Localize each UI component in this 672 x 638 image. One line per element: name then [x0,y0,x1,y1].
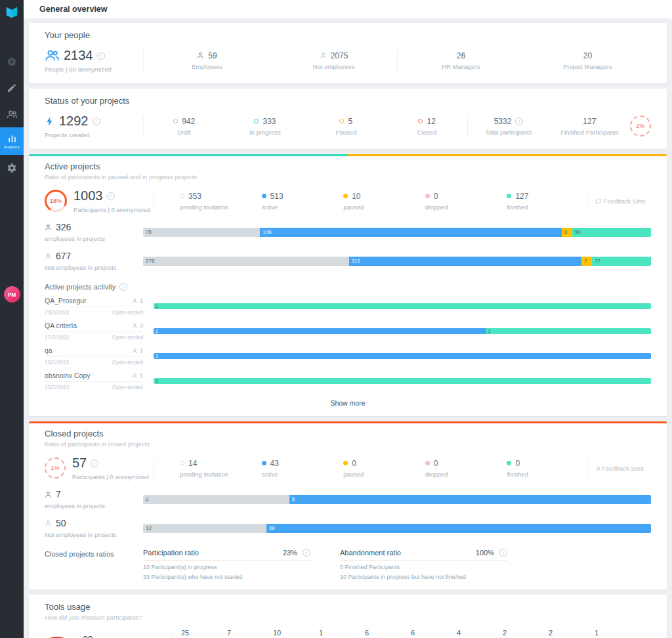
project-name: QA criteria [45,322,77,330]
project-count: 1 [132,372,143,379]
finished-dot [507,461,511,465]
stat-label: In progress [249,129,281,136]
ratio-line: 0 Finished Participants [340,564,507,570]
not-employees-bar-head: 50 Not employees in projects [45,518,143,538]
people-icon [45,49,60,62]
people-label: People | 60 anonymized [45,66,112,73]
abandonment-ratio-block: Abandonment ratio 100% i 0 Finished Part… [340,549,507,580]
show-more-button[interactable]: Show more [45,399,651,407]
project-info[interactable]: QA criteria 3 17/3/2022 Open-ended [45,322,143,341]
closed-projects-card: Closed projects Ratio of participants in… [29,421,667,589]
pending-dot [180,194,184,198]
app-logo-icon[interactable] [5,5,19,20]
project-bar: 1 [154,378,651,384]
stat-project-managers: 20 Project Managers [524,50,651,72]
legend-label: paused [343,471,425,478]
participants-ring: 18% [45,190,67,212]
project-name: QA_Prosegur [45,297,87,305]
tool-cell: 4Motion challenge [457,629,503,638]
project-bar: 21 [154,328,651,334]
legend-value: 0 [515,459,520,468]
participants-count: 1003 [74,188,103,203]
participants-icon [132,373,138,379]
info-icon[interactable]: i [107,192,115,200]
info-icon[interactable]: i [91,459,98,467]
dropped-dot [425,194,430,198]
legend-label: pending invitation [180,203,262,211]
card-subtitle: How did you measure participants? [45,614,651,621]
bar-label: Not employees in projects [45,531,143,538]
person-icon [45,491,52,498]
user-avatar[interactable]: PM [4,286,20,303]
project-date: 17/3/2022 [45,334,70,341]
dropped-dot [425,461,430,465]
stat-value: 26 [457,51,465,60]
project-info[interactable]: obsnoinv Copy 1 15/3/2022 Open-ended [45,372,143,391]
sidebar: Analytics PM [0,0,24,638]
ratios-label: Closed projects ratios [45,549,143,580]
card-subtitle: Ratio of participants in closed projects [45,440,651,448]
stat-value: 2075 [331,51,348,60]
person-outline-icon [320,52,327,59]
bar-label: Not employees in projects [45,264,143,271]
info-icon[interactable]: i [515,117,523,125]
project-date: 15/3/2022 [45,384,70,391]
paused-dot [339,119,344,123]
employees-bar-row: 326 employees in projects 75196350 [45,222,651,242]
nav-analytics-item[interactable]: Analytics [0,127,24,155]
legend-label: finished [507,471,589,478]
info-icon[interactable]: i [119,283,127,291]
info-icon[interactable]: i [93,117,100,125]
not-employees-stacked-bar: 278315777 [143,257,651,266]
project-info[interactable]: qa 1 16/3/2022 Open-ended [45,347,143,366]
legend-value: 43 [270,459,279,468]
nav-edit-icon[interactable] [0,75,24,101]
card-title: Active projects [45,161,651,171]
person-outline-icon [45,520,52,527]
stat-value: 5332 [494,117,512,126]
legend-paused: 0 paused [343,459,425,478]
projects-created-label: Projects created [45,131,90,138]
info-icon[interactable]: i [97,52,105,60]
tool-cell: 7LTE - English Test [227,629,273,638]
not-employees-bar-row: 50 Not employees in projects 1238 [45,518,651,538]
stat-label: Closed [417,129,437,136]
info-icon[interactable]: i [303,549,310,557]
tool-cell: 2Reasoning LST [503,629,549,638]
employees-stacked-bar: 25 [143,495,651,504]
ratio-line: 10 Participants in progress but have not… [340,574,507,580]
participants-main: 1% 57i Participants | 0 anonymized [45,456,153,480]
aon-summary: 29 People assessed by AON tools [76,629,173,638]
participants-legend: 14 pending invitation 43 active 0 paused… [153,459,589,478]
project-info[interactable]: QA_Prosegur 1 29/3/2022 Open-ended [45,297,143,316]
card-title: Tools usage [45,602,651,612]
closed-dot [418,119,423,123]
legend-label: active [262,203,344,211]
card-subtitle: Ratio of participants in paused and in p… [45,173,651,181]
nav-settings-icon[interactable] [0,155,24,181]
stat-label: Not employees [313,63,354,70]
bar-value: 677 [56,251,71,261]
active-projects-card: Active projects Ratio of participants in… [29,154,667,416]
avatar-initials: PM [8,291,16,298]
tool-cell: 6Grid Challenge [411,629,457,638]
tools-usage-card: Tools usage How did you measure particip… [29,595,667,638]
info-icon[interactable]: i [499,549,507,557]
stat-paused: 5 Paused [306,116,387,137]
stat-value: 59 [208,51,217,60]
stat-label: Total participants [485,129,532,136]
tool-cell: 2Switch Challenge [549,629,595,638]
legend-value: 0 [352,459,356,468]
nav-people-icon[interactable] [0,101,24,127]
stat-value: 127 [583,117,596,126]
ring-value: 2% [636,123,644,129]
participants-icon [132,298,138,304]
ratio-name: Participation ratio [143,549,283,557]
nav-launch-icon[interactable] [0,49,24,75]
ring-value: 1% [51,465,59,471]
stat-closed: 12 Closed [387,116,467,137]
legend-paused: 10 paused [343,192,425,211]
legend-value: 10 [352,192,360,201]
paused-dot [343,461,348,465]
active-dot [262,194,266,198]
